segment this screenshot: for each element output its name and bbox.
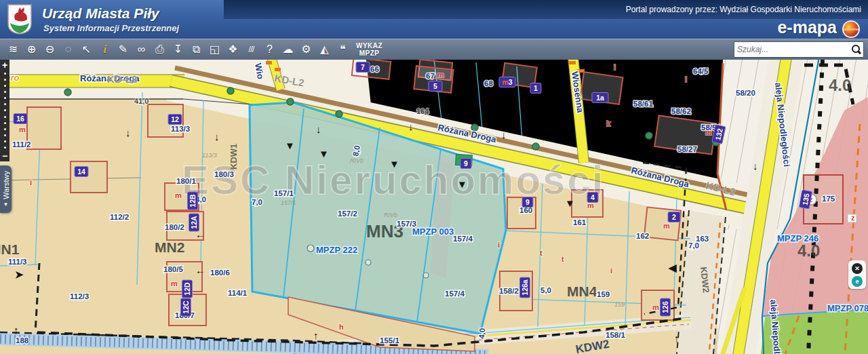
close-icon[interactable]: ✕	[852, 263, 863, 274]
map-label: 7,0	[688, 241, 699, 250]
polygon-icon[interactable]: ❖	[224, 41, 242, 58]
map-label: 188	[16, 336, 29, 345]
address-marker[interactable]: 12	[168, 115, 182, 125]
address-marker[interactable]: 16	[14, 114, 27, 124]
address-marker[interactable]: 4	[587, 193, 598, 203]
zoom-in-button[interactable]: +	[2, 60, 7, 71]
address-marker[interactable]: 5	[429, 81, 442, 92]
map-label: ↓	[753, 160, 758, 172]
layout-icon[interactable]: ◱	[205, 41, 224, 58]
info-circle-icon[interactable]: e	[852, 276, 863, 287]
map-label: 113/3	[202, 152, 217, 159]
map-label: t	[561, 255, 564, 263]
svg-text:126: 126	[661, 301, 669, 313]
emapa-app: Portal prowadzony przez: Wydział Gospoda…	[0, 0, 868, 354]
page-title: Urząd Miasta Piły	[42, 5, 159, 22]
address-marker[interactable]: 126a	[520, 277, 530, 298]
map-label: MN2	[155, 239, 184, 255]
layers-panel-tab[interactable]: Warstwy ▾	[0, 165, 12, 213]
measure-icon[interactable]: ✎	[114, 41, 132, 58]
address-marker[interactable]: 12B	[188, 192, 198, 210]
svg-text:1a: 1a	[596, 94, 604, 102]
svg-text:9: 9	[526, 198, 530, 206]
page-subtitle: System Informacji Przestrzennej	[43, 23, 179, 33]
map-label: 4,0	[477, 328, 486, 339]
zoom-in-icon[interactable]: ⊕	[22, 41, 41, 58]
map-label: 67	[426, 72, 435, 80]
search-input[interactable]	[734, 45, 850, 54]
map-label: MPZP 222	[316, 245, 357, 255]
search-icon[interactable]	[850, 44, 861, 55]
address-marker[interactable]: 7	[356, 62, 370, 73]
map-label: ↓	[501, 129, 507, 140]
svg-text:4: 4	[591, 193, 595, 201]
map-label: 58/62	[671, 107, 691, 115]
address-marker[interactable]: 9	[460, 159, 471, 169]
pointer-icon[interactable]: ↖	[77, 41, 96, 58]
select-extent-icon[interactable]: ◌	[59, 41, 77, 58]
address-marker[interactable]: 2	[668, 212, 680, 222]
map-label: 157/4	[453, 235, 473, 243]
print-icon[interactable]: ⎙	[151, 41, 169, 58]
zoom-out-icon[interactable]: ⊖	[41, 41, 59, 58]
map-label: 180/1	[176, 177, 196, 185]
help-icon[interactable]: ?	[260, 41, 279, 58]
zoom-out-button[interactable]: −	[2, 151, 7, 161]
zoom-track[interactable]	[4, 71, 6, 151]
address-marker[interactable]: m3	[499, 77, 515, 87]
map-label: 66	[370, 65, 379, 73]
map-label: ▼	[319, 148, 329, 159]
map-label: 4.0	[797, 241, 820, 260]
feedback-icon[interactable]: ❝	[334, 41, 352, 58]
map-label: 68	[484, 79, 493, 87]
map-label: 58/20	[736, 89, 755, 97]
map-label: 41,0	[134, 97, 149, 105]
address-marker[interactable]: 12C	[181, 298, 191, 316]
address-marker[interactable]: 1a	[592, 93, 608, 103]
map-label: h	[339, 323, 344, 331]
map-label: 112/3	[70, 292, 89, 300]
wykaz-mpzp-button[interactable]: WYKAZ MPZP	[356, 42, 382, 58]
map-label: m	[663, 222, 670, 230]
address-marker[interactable]: 12D	[182, 280, 193, 298]
map-label: 159	[614, 301, 625, 308]
map-label: 162	[636, 232, 649, 240]
tree-icon	[287, 98, 294, 105]
map-label: ←	[195, 264, 205, 276]
download-icon[interactable]: ↧	[169, 41, 187, 58]
copy-view-icon[interactable]: ⧉	[187, 41, 205, 58]
portal-note: Portal prowadzony przez: Wydział Gospoda…	[626, 5, 861, 14]
city-coat-of-arms-icon	[7, 3, 33, 35]
svg-text:14: 14	[77, 168, 85, 176]
address-marker[interactable]: 126	[660, 298, 671, 316]
map-label: 5,0	[540, 286, 551, 294]
address-marker[interactable]: 9	[522, 197, 533, 208]
map-label: ↓	[408, 121, 414, 132]
map-label: m	[175, 191, 182, 199]
compare-icon[interactable]: ◭	[315, 41, 334, 58]
search-box	[734, 41, 864, 58]
cloud-download-icon[interactable]: ☁	[279, 41, 297, 58]
address-marker[interactable]: 14	[75, 167, 88, 177]
map-label: ▼	[285, 140, 295, 151]
map-label: m	[705, 128, 712, 136]
map-label: MPZP 078	[827, 303, 868, 313]
map-label: 157/1	[281, 199, 296, 206]
address-marker[interactable]: 12A	[189, 214, 199, 231]
map-label: 158/2	[499, 287, 519, 295]
map-label: ↓	[316, 123, 321, 135]
map-label: i	[30, 178, 32, 186]
map-label: MN4	[567, 283, 597, 299]
map-label: ◀	[668, 262, 677, 273]
map-label: 64/5	[693, 67, 709, 75]
hatch-icon[interactable]: ///	[242, 41, 260, 58]
map-label: 158/1	[606, 331, 625, 339]
settings-icon[interactable]: ⚙	[297, 41, 315, 58]
map-label: ↑	[674, 332, 679, 344]
chevron-down-icon: ▾	[4, 201, 7, 208]
address-marker[interactable]: 1	[530, 83, 541, 94]
link-icon[interactable]: ∞	[132, 41, 151, 58]
layers-icon[interactable]: ≋	[4, 41, 22, 58]
info-icon[interactable]: i	[96, 41, 114, 58]
map-canvas[interactable]: ESC NieruchomościRóżana DrogaDroKD-L2KD-…	[0, 60, 868, 354]
